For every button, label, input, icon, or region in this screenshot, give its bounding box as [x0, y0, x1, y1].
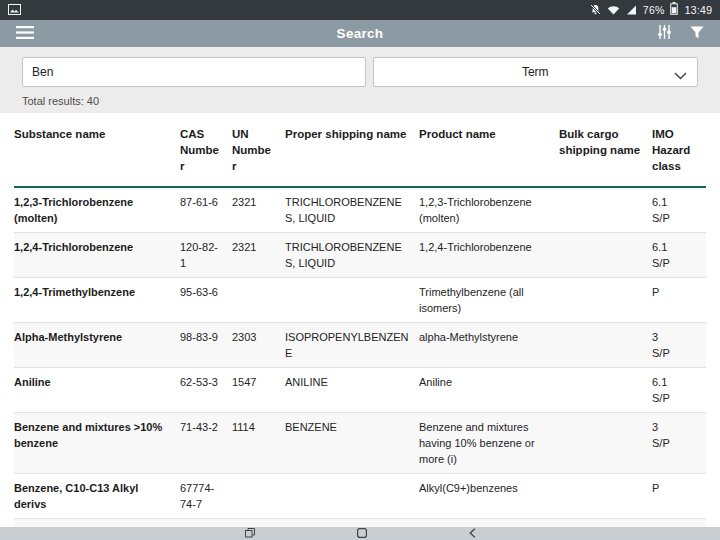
- table-cell: [285, 474, 419, 519]
- table-row[interactable]: 1,2,3-Trichlorobenzene (molten)87-61-623…: [14, 187, 706, 233]
- screenshot-icon: [8, 1, 21, 19]
- table-cell: 87-61-6: [180, 187, 232, 233]
- table-cell: [559, 519, 652, 528]
- table-cell: 1547: [232, 368, 285, 413]
- table-cell: 6.1 S/P: [652, 187, 706, 233]
- clock-label: 13:49: [684, 4, 712, 16]
- column-header[interactable]: Bulk cargo shipping name: [559, 113, 652, 187]
- column-header[interactable]: CAS Number: [180, 113, 232, 187]
- battery-percent-label: 76%: [643, 4, 665, 16]
- table-cell: 71-43-2: [180, 413, 232, 474]
- table-cell: ANILINE: [285, 368, 419, 413]
- table-cell: Benzyl butyl phthalate: [14, 519, 180, 528]
- table-cell: alpha-Methylstyrene: [419, 323, 559, 368]
- status-bar-left: [8, 1, 21, 19]
- table-cell: [285, 519, 419, 528]
- table-cell: 98-83-9: [180, 323, 232, 368]
- results-area: Substance nameCAS NumberUN NumberProper …: [0, 113, 720, 527]
- page-title: Search: [0, 26, 720, 41]
- back-icon: [469, 526, 476, 540]
- table-row[interactable]: Aniline62-53-31547ANILINEAniline6.1 S/P: [14, 368, 706, 413]
- search-input[interactable]: [22, 57, 366, 87]
- table-cell: P: [652, 474, 706, 519]
- column-header[interactable]: UN Number: [232, 113, 285, 187]
- table-cell: 2321: [232, 187, 285, 233]
- table-cell: Alkyl(C9+)benzenes: [419, 474, 559, 519]
- filter-funnel-icon: [690, 26, 704, 42]
- home-icon: [357, 526, 367, 540]
- app-bar-actions: [653, 23, 708, 44]
- status-bar-right: 76% 13:49: [590, 1, 712, 19]
- search-row: Term: [22, 57, 698, 87]
- table-cell: 2321: [232, 233, 285, 278]
- table-cell: 1,2,3-Trichlorobenzene (molten): [419, 187, 559, 233]
- filter-button[interactable]: [686, 23, 708, 44]
- table-cell: Trimethylbenzene (all isomers): [419, 278, 559, 323]
- table-cell: [232, 474, 285, 519]
- search-panel: Term Total results: 40: [0, 47, 720, 113]
- table-cell: [559, 278, 652, 323]
- status-bar: 76% 13:49: [0, 0, 720, 20]
- menu-button[interactable]: [12, 24, 38, 44]
- signal-icon: [626, 1, 637, 19]
- table-cell: Benzene, C10-C13 Alkyl derivs: [14, 474, 180, 519]
- chevron-down-icon: [674, 69, 687, 83]
- recents-button[interactable]: [245, 526, 255, 540]
- total-results-label: Total results: 40: [22, 95, 698, 107]
- navigation-bar: [0, 527, 720, 540]
- table-cell: Aniline: [14, 368, 180, 413]
- table-cell: 3 S/P: [652, 413, 706, 474]
- results-table-body: 1,2,3-Trichlorobenzene (molten)87-61-623…: [14, 187, 706, 527]
- table-cell: ISOPROPENYLBENZENE: [285, 323, 419, 368]
- table-cell: BENZENE: [285, 413, 419, 474]
- app-bar: Search: [0, 20, 720, 47]
- tune-icon: [657, 25, 672, 42]
- column-header[interactable]: Substance name: [14, 113, 180, 187]
- table-cell: 3 S/P: [652, 323, 706, 368]
- table-cell: [285, 278, 419, 323]
- table-cell: P: [652, 519, 706, 528]
- table-cell: TRICHLOROBENZENES, LIQUID: [285, 187, 419, 233]
- table-cell: 120-82-1: [180, 233, 232, 278]
- hamburger-icon: [16, 26, 34, 42]
- table-cell: [232, 519, 285, 528]
- table-row[interactable]: Benzene, C10-C13 Alkyl derivs67774-74-7A…: [14, 474, 706, 519]
- table-row[interactable]: 1,2,4-Trimethylbenzene95-63-6Trimethylbe…: [14, 278, 706, 323]
- recents-icon: [245, 526, 255, 540]
- column-header[interactable]: Proper shipping name: [285, 113, 419, 187]
- table-cell: P: [652, 278, 706, 323]
- table-cell: [232, 278, 285, 323]
- table-cell: [559, 233, 652, 278]
- table-cell: [559, 187, 652, 233]
- table-cell: 1,2,4-Trichlorobenzene: [14, 233, 180, 278]
- table-cell: 62-53-3: [180, 368, 232, 413]
- table-cell: 1,2,3-Trichlorobenzene (molten): [14, 187, 180, 233]
- table-cell: Benzene and mixtures >10% benzene: [14, 413, 180, 474]
- home-button[interactable]: [357, 526, 367, 540]
- column-header[interactable]: IMO Hazard class: [652, 113, 706, 187]
- table-cell: 67774-74-7: [180, 474, 232, 519]
- table-cell: 1,2,4-Trimethylbenzene: [14, 278, 180, 323]
- table-row[interactable]: Benzene and mixtures >10% benzene71-43-2…: [14, 413, 706, 474]
- back-button[interactable]: [469, 526, 476, 540]
- table-cell: [559, 368, 652, 413]
- table-cell: Butyl benzyl phthalate: [419, 519, 559, 528]
- table-header-row: Substance nameCAS NumberUN NumberProper …: [14, 113, 706, 187]
- wifi-icon: [607, 1, 620, 19]
- table-cell: Alpha-Methylstyrene: [14, 323, 180, 368]
- table-cell: 1114: [232, 413, 285, 474]
- table-cell: 2303: [232, 323, 285, 368]
- table-cell: 85-68-7: [180, 519, 232, 528]
- tablet-screen: 76% 13:49 Search: [0, 0, 720, 540]
- table-row[interactable]: 1,2,4-Trichlorobenzene120-82-12321TRICHL…: [14, 233, 706, 278]
- table-cell: [559, 413, 652, 474]
- column-header[interactable]: Product name: [419, 113, 559, 187]
- sort-options-button[interactable]: [653, 23, 676, 44]
- table-cell: 1,2,4-Trichlorobenzene: [419, 233, 559, 278]
- battery-icon: [670, 1, 678, 19]
- table-cell: TRICHLOROBENZENES, LIQUID: [285, 233, 419, 278]
- search-type-dropdown[interactable]: Term: [373, 57, 699, 87]
- search-type-selected: Term: [522, 65, 549, 79]
- table-row[interactable]: Alpha-Methylstyrene98-83-92303ISOPROPENY…: [14, 323, 706, 368]
- results-table: Substance nameCAS NumberUN NumberProper …: [14, 113, 706, 527]
